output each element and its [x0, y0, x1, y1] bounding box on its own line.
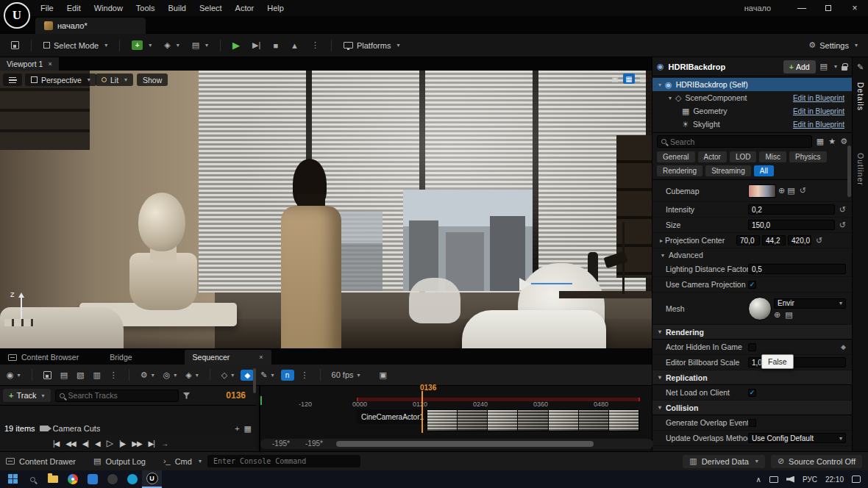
go-to-start-button[interactable]: |◀ — [53, 439, 59, 448]
current-frame-display[interactable]: 0136 — [226, 390, 253, 401]
browse-sequence-button[interactable]: ▤ — [58, 369, 70, 381]
component-row-skylight[interactable]: ☀ Skylight Edit in Blueprint — [652, 118, 852, 131]
actions-dropdown[interactable]: ⚙▾ — [138, 369, 157, 381]
snap-options-button[interactable]: ⋮ — [299, 369, 311, 381]
loop-button[interactable]: → — [161, 439, 168, 448]
play-reverse-button[interactable]: ◀ — [95, 439, 100, 448]
section-rendering[interactable]: ▾ Rendering — [652, 325, 852, 340]
expand-arrow-icon[interactable]: ▾ — [669, 95, 672, 101]
app-button-1[interactable] — [82, 470, 102, 488]
playback-range-bar[interactable] — [357, 398, 640, 401]
edit-in-blueprint-link[interactable]: Edit in Blueprint — [793, 94, 849, 102]
snap-button[interactable]: n — [281, 370, 294, 381]
file-explorer-button[interactable] — [43, 470, 63, 488]
lit-dropdown[interactable]: Lit ▾ — [96, 73, 133, 86]
use-camera-projection-checkbox[interactable]: ✓ — [748, 281, 756, 289]
viewport-3d-scene[interactable]: Z Perspective ▾ Lit ▾ Show ▣ ▦ ▥ — [0, 71, 652, 348]
filter-actor[interactable]: Actor — [698, 151, 727, 162]
component-row-scenecomponent[interactable]: ▾ ◇ SceneComponent Edit in Blueprint — [652, 91, 852, 104]
create-camera-button[interactable]: ▧ — [74, 369, 86, 381]
film-thumbnail[interactable] — [549, 410, 579, 431]
projection-y-field[interactable]: 44,2 — [762, 235, 786, 245]
browse-icon[interactable]: ▤ — [785, 311, 792, 319]
cinematics-dropdown[interactable]: ▤ ▾ — [187, 38, 213, 52]
section-replication[interactable]: ▾ Replication — [652, 370, 852, 385]
settings-icon[interactable]: ⚙ — [840, 137, 847, 146]
viewport-tab[interactable]: Viewport 1 × — [0, 57, 59, 71]
film-thumbnail[interactable] — [427, 410, 458, 431]
tab-outliner[interactable]: Outliner — [856, 153, 865, 186]
lighting-distance-field[interactable]: 0,5 — [748, 264, 846, 274]
curve-editor-button[interactable]: ▣ — [377, 369, 389, 381]
update-overlaps-dropdown[interactable]: Use Config Default ▾ — [748, 433, 846, 443]
stop-button[interactable]: ■ — [268, 38, 283, 53]
go-to-end-button[interactable]: ▶| — [149, 439, 154, 448]
filter-streaming[interactable]: Streaming — [705, 165, 751, 176]
favorites-icon[interactable]: ★ — [828, 137, 836, 146]
source-control-button[interactable]: ⊘ Source Control Off — [771, 455, 862, 468]
filter-general[interactable]: General — [657, 151, 695, 162]
select-mode-dropdown[interactable]: Select Mode ▾ — [38, 38, 113, 53]
track-search-input[interactable] — [68, 391, 174, 400]
generate-overlap-checkbox[interactable] — [748, 419, 756, 427]
menu-window[interactable]: Window — [88, 0, 129, 16]
tab-bridge[interactable]: Bridge — [102, 350, 140, 365]
tab-sequencer[interactable]: Sequencer × — [185, 350, 271, 365]
edit-in-blueprint-link[interactable]: Edit in Blueprint — [793, 121, 849, 129]
language-indicator[interactable]: РУС — [803, 476, 817, 484]
tab-details[interactable]: Details — [856, 82, 865, 111]
play-options-button[interactable]: ⋮ — [306, 37, 324, 53]
menu-tools[interactable]: Tools — [129, 0, 162, 16]
render-movie-button[interactable]: ▥ — [90, 369, 102, 381]
projection-z-field[interactable]: 420,0 — [788, 235, 811, 245]
use-selected-icon[interactable]: ⊕ — [774, 311, 780, 319]
track-search-box[interactable] — [55, 390, 179, 402]
minimize-button[interactable]: — — [789, 0, 815, 16]
sequencer-timeline[interactable]: -120 0000 0120 0240 0360 0480 0136 CineC… — [259, 386, 652, 452]
track-panel-scrollbar[interactable] — [253, 368, 256, 393]
close-icon[interactable]: × — [259, 354, 263, 361]
reset-icon[interactable]: ↺ — [816, 236, 822, 245]
projection-x-field[interactable]: 70,0 — [736, 235, 760, 245]
menu-file[interactable]: File — [34, 0, 60, 16]
pencil-icon[interactable]: ✎ — [857, 63, 864, 71]
film-thumbnail[interactable] — [458, 410, 488, 431]
perspective-dropdown[interactable]: Perspective ▾ — [25, 73, 96, 86]
filter-all[interactable]: All — [754, 165, 774, 176]
component-row-geometry[interactable]: ▦ Geometry Edit in Blueprint — [652, 104, 852, 118]
filter-rendering[interactable]: Rendering — [657, 165, 702, 176]
keyframe-icon[interactable]: ◆ — [841, 343, 846, 351]
view-options-dropdown[interactable]: ◎▾ — [161, 369, 179, 381]
auto-key-button[interactable]: ◆ — [241, 370, 254, 381]
view-layout-icon[interactable]: ▥ — [637, 73, 649, 84]
display-options-icon[interactable]: ▦ — [817, 137, 824, 146]
fps-dropdown[interactable]: 60 fps▾ — [330, 369, 363, 381]
settings-dropdown[interactable]: ⚙ Settings ▾ — [804, 41, 862, 50]
tab-level-nachalo[interactable]: начало* — [35, 18, 146, 34]
panel-options-icon[interactable]: ▤ — [820, 62, 828, 71]
camera-cut-clip-label[interactable]: CineCameraActor1 — [357, 409, 427, 424]
cmd-dropdown[interactable]: ›_ Cmd ▾ — [163, 457, 202, 466]
close-icon[interactable]: × — [48, 61, 51, 68]
start-button[interactable] — [3, 470, 23, 488]
edit-in-blueprint-link[interactable]: Edit in Blueprint — [793, 107, 849, 115]
section-collision[interactable]: ▾ Collision — [652, 401, 852, 415]
camera-cut-filmstrip[interactable] — [427, 409, 640, 431]
app-button-3[interactable] — [122, 470, 142, 488]
lock-icon[interactable] — [842, 66, 847, 71]
frame-skip-button[interactable]: ▶| — [247, 37, 266, 53]
net-load-checkbox[interactable]: ✓ — [748, 389, 756, 397]
playback-start-marker[interactable] — [260, 396, 262, 405]
film-thumbnail[interactable] — [579, 410, 609, 431]
reset-icon[interactable]: ↺ — [800, 186, 806, 195]
play-button[interactable]: ▶ — [227, 37, 245, 54]
display-icon[interactable] — [769, 476, 778, 483]
console-command-box[interactable] — [207, 455, 360, 467]
timeline-scroll-handle[interactable] — [336, 441, 594, 447]
camera-lock-icon[interactable]: ▦ — [244, 425, 252, 433]
play-button[interactable]: ▷ — [107, 438, 113, 448]
derived-data-dropdown[interactable]: ▥ Derived Data ▾ — [683, 455, 765, 468]
platforms-dropdown[interactable]: Platforms ▾ — [338, 38, 405, 53]
viewport-menu-button[interactable] — [3, 73, 22, 86]
timeline-scrollbar[interactable]: -195* -195* — [260, 439, 653, 449]
